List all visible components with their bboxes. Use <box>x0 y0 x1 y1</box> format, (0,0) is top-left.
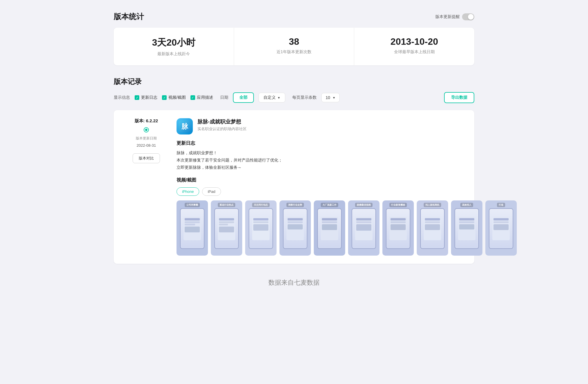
thumb-inner-9 <box>455 209 478 248</box>
tab-iphone[interactable]: iPhone <box>177 187 199 196</box>
stat-days: 3天20小时 最新版本上线距今 <box>114 28 234 65</box>
thumb-label-10: 打造 <box>497 203 505 207</box>
changelog-title: 更新日志 <box>177 140 517 146</box>
version-sidebar: 版本: 6.2.22 版本更新日期 2022-08-31 版本对比 <box>123 118 170 256</box>
app-name: 脉脉-成就职业梦想 <box>197 118 247 125</box>
thumb-label-8: 找人脉拓商机 <box>424 203 441 207</box>
stat-value-days: 3天20小时 <box>120 36 228 49</box>
stat-date: 2013-10-20 全球最早版本上线日期 <box>354 28 474 65</box>
page-title: 版本统计 <box>114 12 144 22</box>
checkbox-screenshots-label: 视频/截图 <box>168 95 186 100</box>
version-content: 脉 脉脉-成就职业梦想 实名职业认证的职场内容社区 更新日志 脉脉，成就职业梦想… <box>170 118 517 256</box>
screenshot-tabs: iPhone iPad <box>177 187 517 196</box>
per-page-select[interactable]: 10 ▼ <box>321 93 340 102</box>
checkbox-changelog-label: 更新日志 <box>141 95 157 100</box>
checkbox-description-box[interactable] <box>190 95 195 100</box>
version-radio <box>144 127 149 132</box>
thumb-label-2: 紧追行业热点 <box>218 203 235 207</box>
app-info: 脉脉-成就职业梦想 实名职业认证的职场内容社区 <box>197 118 247 132</box>
screenshots-title: 视频/截图 <box>177 177 517 183</box>
svg-text:脉: 脉 <box>181 123 188 130</box>
version-card: 版本: 6.2.22 版本更新日期 2022-08-31 版本对比 <box>114 110 474 264</box>
thumb-screen-9 <box>455 208 479 249</box>
changelog-text: 脉脉，成就职业梦想！ 本次更新修复了若干安全问题，并对产品性能进行了优化； 立即… <box>177 149 517 171</box>
stat-label-updates: 近1年版本更新次数 <box>240 49 348 55</box>
thumb-inner-1 <box>181 209 204 248</box>
stat-value-updates: 38 <box>240 36 348 47</box>
toggle-text: 版本更新提醒 <box>435 14 460 19</box>
thumb-inner-6 <box>352 209 375 248</box>
checkbox-description-label: 应用描述 <box>197 95 213 100</box>
thumb-label-5: 大厂高薪工作 <box>321 203 338 207</box>
stat-value-date: 2013-10-20 <box>360 36 468 47</box>
version-date: 2022-08-31 <box>137 143 156 148</box>
thumb-screen-4 <box>283 208 307 249</box>
thumb-screen-6 <box>352 208 376 249</box>
stat-label-date: 全球最早版本上线日期 <box>360 49 468 55</box>
checkbox-description[interactable]: 应用描述 <box>190 95 213 100</box>
per-page-value: 10 <box>326 95 330 100</box>
thumb-label-7: 行业新资攫秘 <box>389 203 407 207</box>
thumb-screen-3 <box>249 208 273 249</box>
radio-inner <box>145 129 147 131</box>
checkbox-changelog-box[interactable] <box>135 95 139 100</box>
thumb-label-9: 高效招人 <box>460 203 473 207</box>
date-all-button[interactable]: 全部 <box>233 92 254 103</box>
checkbox-screenshots-box[interactable] <box>162 95 167 100</box>
thumb-inner-5 <box>318 209 341 248</box>
checkbox-changelog[interactable]: 更新日志 <box>135 95 157 100</box>
app-icon: 脉 <box>177 118 193 134</box>
thumb-screen-7 <box>386 208 410 249</box>
screenshot-7: 行业新资攫秘 <box>382 200 414 256</box>
date-custom-button[interactable]: 自定义 ▼ <box>259 93 285 103</box>
chevron-down-icon: ▼ <box>277 96 280 99</box>
screenshot-10: 打造 <box>485 200 517 256</box>
per-page-label: 每页显示条数 <box>292 95 317 100</box>
chevron-down-icon-2: ▼ <box>332 96 335 99</box>
date-filter-label: 日期 <box>220 95 228 100</box>
thumb-screen-5 <box>317 208 342 249</box>
tab-ipad[interactable]: iPad <box>202 187 221 196</box>
thumb-inner-2 <box>215 209 238 248</box>
thumb-label-3: 关注同行动态 <box>252 203 270 207</box>
thumb-label-6: 跳槽最优指南 <box>355 203 373 207</box>
screenshot-2: 紧追行业热点 <box>211 200 242 256</box>
thumb-label-1: 公司同事圈 <box>185 203 200 207</box>
version-date-label: 版本更新日期 <box>136 136 157 141</box>
page-header: 版本统计 版本更新提醒 <box>114 12 474 22</box>
footer-text: 数据来自七麦数据 <box>268 279 320 286</box>
app-subtitle: 实名职业认证的职场内容社区 <box>197 126 247 132</box>
screenshot-9: 高效招人 <box>451 200 482 256</box>
thumb-inner-7 <box>386 209 410 248</box>
thumb-inner-10 <box>489 209 513 248</box>
thumb-screen-10 <box>489 208 513 249</box>
thumb-inner-4 <box>284 209 307 248</box>
screenshot-8: 找人脉拓商机 <box>417 200 448 256</box>
checkbox-group: 更新日志 视频/截图 应用描述 <box>135 95 213 100</box>
toggle-row: 版本更新提醒 <box>435 13 474 20</box>
app-header: 脉 脉脉-成就职业梦想 实名职业认证的职场内容社区 <box>177 118 517 134</box>
thumb-inner-8 <box>421 209 444 248</box>
date-custom-label: 自定义 <box>263 95 276 100</box>
thumb-screen-8 <box>420 208 445 249</box>
screenshots-row: 公司同事圈 紧追行业热点 <box>177 200 517 256</box>
stats-card: 3天20小时 最新版本上线距今 38 近1年版本更新次数 2013-10-20 … <box>114 28 474 65</box>
version-number: 版本: 6.2.22 <box>135 118 158 124</box>
footer: 数据来自七麦数据 <box>114 278 474 287</box>
thumb-screen-2 <box>214 208 239 249</box>
export-button[interactable]: 导出数据 <box>444 92 474 103</box>
thumb-screen-1 <box>180 208 204 249</box>
screenshot-4: 洞察行业走势 <box>279 200 311 256</box>
stat-updates: 38 近1年版本更新次数 <box>234 28 354 65</box>
compare-button[interactable]: 版本对比 <box>133 153 160 163</box>
screenshot-1: 公司同事圈 <box>177 200 208 256</box>
screenshot-5: 大厂高薪工作 <box>314 200 345 256</box>
screenshot-6: 跳槽最优指南 <box>348 200 379 256</box>
screenshot-3: 关注同行动态 <box>245 200 277 256</box>
stat-label-days: 最新版本上线距今 <box>120 51 228 57</box>
checkbox-screenshots[interactable]: 视频/截图 <box>162 95 186 100</box>
records-title: 版本记录 <box>114 77 474 86</box>
version-alert-toggle[interactable] <box>462 13 474 20</box>
thumb-inner-3 <box>249 209 272 248</box>
filters-row: 显示信息 更新日志 视频/截图 应用描述 日期 全部 自定义 ▼ 每页显示条数 … <box>114 92 474 103</box>
